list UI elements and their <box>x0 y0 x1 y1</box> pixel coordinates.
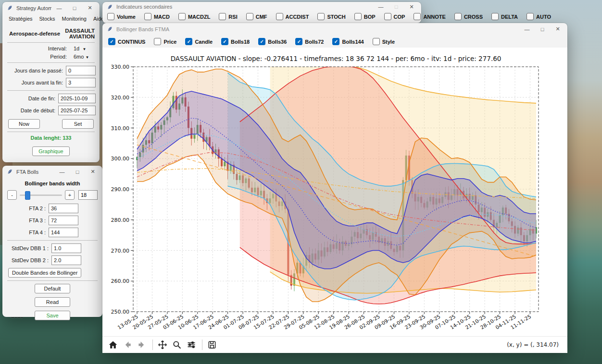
maximize-button[interactable]: □ <box>70 167 85 177</box>
plot-option-checkbox-bolls144[interactable]: ✓Bolls144 <box>332 38 364 45</box>
plot-option-checkbox-bolls72[interactable]: ✓Bolls72 <box>295 38 324 45</box>
indicator-checkbox-cross[interactable]: CROSS <box>454 13 483 20</box>
strategy-titlebar[interactable]: Strategy Automat... — □ ✕ <box>2 2 100 14</box>
unchecked-checkbox-icon[interactable] <box>107 13 114 20</box>
indicator-checkbox-rsi[interactable]: RSI <box>219 13 237 20</box>
stddev1-input[interactable]: 1.0 <box>51 243 81 253</box>
slider-minus-button[interactable]: - <box>7 190 17 200</box>
now-button[interactable]: Now <box>8 119 40 129</box>
stddev2-input[interactable]: 2.0 <box>51 255 81 265</box>
days-past-label: Jours dans le passé: <box>6 68 63 73</box>
minimize-button[interactable]: — <box>373 3 389 11</box>
checked-checkbox-icon[interactable]: ✓ <box>185 38 192 45</box>
unchecked-checkbox-icon[interactable] <box>354 13 362 20</box>
data-length-label: Data lenght: 133 <box>2 135 100 141</box>
bands-width-slider[interactable] <box>20 191 62 199</box>
slider-plus-button[interactable]: + <box>65 190 75 200</box>
days-end-input[interactable]: 3 <box>66 78 96 87</box>
plot-option-checkbox-candle[interactable]: ✓Candle <box>185 38 213 45</box>
plot-option-checkbox-price[interactable]: Price <box>154 38 176 45</box>
home-icon[interactable] <box>106 339 120 351</box>
indicator-checkbox-annote[interactable]: ANNOTE <box>414 13 445 20</box>
fta4-input[interactable]: 144 <box>49 228 78 237</box>
menu-monitoring[interactable]: Monitoring <box>59 15 90 23</box>
minimize-button[interactable]: — <box>51 3 67 13</box>
close-button[interactable]: ✕ <box>550 24 565 34</box>
graphique-button[interactable]: Graphique <box>32 146 69 156</box>
close-button[interactable]: ✕ <box>404 3 419 11</box>
unchecked-checkbox-icon[interactable] <box>144 13 151 20</box>
save-icon[interactable] <box>205 339 219 351</box>
unchecked-checkbox-icon[interactable] <box>491 13 499 20</box>
start-date-input[interactable]: 2025-07-25 <box>58 106 96 115</box>
forward-icon[interactable] <box>135 339 149 351</box>
unchecked-checkbox-icon[interactable] <box>178 13 186 20</box>
bollinger-titlebar[interactable]: Bollinger Bands FTMA — □ ✕ <box>102 23 567 35</box>
back-icon[interactable] <box>121 339 134 351</box>
menu-strategies[interactable]: Stratégies <box>5 15 36 23</box>
unchecked-checkbox-icon[interactable] <box>317 13 325 20</box>
unchecked-checkbox-icon[interactable] <box>414 13 421 20</box>
plot-option-checkbox-label: Bolls144 <box>342 39 364 45</box>
plot-option-checkbox-continus[interactable]: ✓CONTINUS <box>108 38 145 45</box>
days-past-input[interactable]: 0 <box>66 66 96 75</box>
pan-icon[interactable] <box>156 339 169 351</box>
default-button[interactable]: Default <box>35 284 70 293</box>
minimize-button[interactable]: — <box>54 167 70 177</box>
bands-width-input[interactable]: 18 <box>78 190 98 200</box>
fta2-input[interactable]: 36 <box>49 204 78 213</box>
read-button[interactable]: Read <box>35 297 70 307</box>
zoom-icon[interactable] <box>170 339 184 351</box>
close-button[interactable]: ✕ <box>82 3 98 13</box>
indicator-checkbox-accdist[interactable]: ACCDIST <box>276 13 309 20</box>
unchecked-checkbox-icon[interactable] <box>527 13 534 20</box>
dbb-button[interactable]: Double Bandes de Bollinger <box>8 268 81 278</box>
unchecked-checkbox-icon[interactable] <box>219 13 226 20</box>
chart-figure: DASSAULT AVIATION - slope: -0.276411 - t… <box>102 48 567 336</box>
indicator-checkbox-macd[interactable]: MACD <box>144 13 170 20</box>
fta-titlebar[interactable]: FTA Bolls — □ ✕ <box>2 166 102 178</box>
indicator-checkbox-stoch[interactable]: STOCH <box>317 13 345 20</box>
indicator-checkbox-auto[interactable]: AUTO <box>527 13 551 20</box>
unchecked-checkbox-icon[interactable] <box>246 13 253 20</box>
unchecked-checkbox-icon[interactable] <box>384 13 391 20</box>
checked-checkbox-icon[interactable]: ✓ <box>108 38 115 45</box>
plot-option-checkbox-bolls18[interactable]: ✓Bolls18 <box>221 38 250 45</box>
close-button[interactable]: ✕ <box>85 167 100 177</box>
indicator-checkbox-macdzl[interactable]: MACDZL <box>178 13 210 20</box>
menu-stocks[interactable]: Stocks <box>36 15 59 23</box>
maximize-button[interactable]: □ <box>389 3 404 11</box>
bollinger-checkbox-row: ✓CONTINUSPrice✓Candle✓Bolls18✓Bolls36✓Bo… <box>102 35 567 48</box>
plot-option-checkbox-bolls36[interactable]: ✓Bolls36 <box>258 38 287 45</box>
indicateurs-window: Indicateurs secondaires — □ ✕ VolumeMACD… <box>102 2 421 23</box>
set-button[interactable]: Set <box>62 119 94 129</box>
indicator-checkbox-bop[interactable]: BOP <box>354 13 376 20</box>
configure-subplots-icon[interactable] <box>185 339 198 351</box>
chevron-down-icon: ▼ <box>82 47 86 51</box>
strategy-window-title: Strategy Automat... <box>16 5 51 11</box>
indicateurs-window-title: Indicateurs secondaires <box>116 4 373 10</box>
checked-checkbox-icon[interactable]: ✓ <box>332 38 339 45</box>
save-button[interactable]: Save <box>35 311 70 320</box>
checked-checkbox-icon[interactable]: ✓ <box>221 38 228 45</box>
checked-checkbox-icon[interactable]: ✓ <box>295 38 302 45</box>
indicator-checkbox-volume[interactable]: Volume <box>107 13 136 20</box>
indicator-checkbox-delta[interactable]: DELTA <box>491 13 518 20</box>
period-select[interactable]: 6mo ▼ <box>74 54 96 60</box>
indicator-checkbox-cop[interactable]: COP <box>384 13 405 20</box>
indicateurs-titlebar[interactable]: Indicateurs secondaires — □ ✕ <box>102 2 421 12</box>
checked-checkbox-icon[interactable]: ✓ <box>258 38 265 45</box>
fta3-input[interactable]: 72 <box>49 216 78 225</box>
slider-thumb[interactable] <box>25 191 30 200</box>
interval-select[interactable]: 1d ▼ <box>74 46 96 51</box>
maximize-button[interactable]: □ <box>535 24 550 34</box>
indicator-checkbox-cmf[interactable]: CMF <box>246 13 267 20</box>
unchecked-checkbox-icon[interactable] <box>373 38 380 45</box>
unchecked-checkbox-icon[interactable] <box>276 13 283 20</box>
maximize-button[interactable]: □ <box>67 3 82 13</box>
end-date-input[interactable]: 2025-10-09 <box>58 94 96 103</box>
plot-option-checkbox-style[interactable]: Style <box>373 38 395 45</box>
unchecked-checkbox-icon[interactable] <box>454 13 462 20</box>
unchecked-checkbox-icon[interactable] <box>154 38 161 45</box>
minimize-button[interactable]: — <box>519 24 535 34</box>
